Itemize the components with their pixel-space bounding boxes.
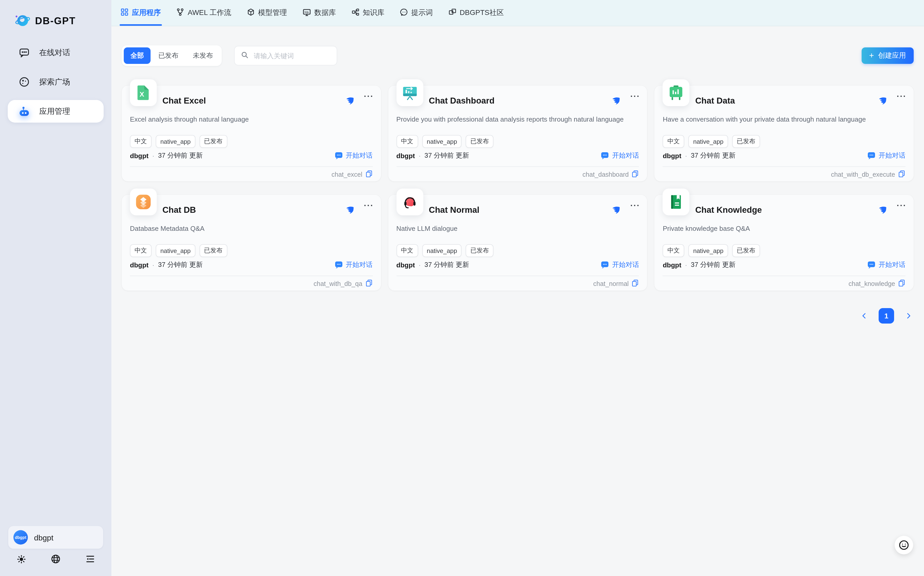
meta-row: dbgpt · 37 分钟前 更新 开始对话 <box>663 260 905 269</box>
more-menu-icon[interactable]: ··· <box>897 201 906 210</box>
tag-status: 已发布 <box>466 244 494 257</box>
collapse-sidebar-icon[interactable] <box>83 552 97 566</box>
chat-start-icon <box>867 261 876 269</box>
tab-label: 数据库 <box>314 8 336 18</box>
next-page-icon[interactable] <box>903 311 914 321</box>
search-box <box>234 46 337 66</box>
copy-icon[interactable] <box>632 170 639 179</box>
dingtalk-share-icon[interactable] <box>878 96 887 107</box>
community-blocks-icon <box>448 8 456 18</box>
owner-name: dbgpt <box>396 152 415 160</box>
start-chat-link[interactable]: 开始对话 <box>334 260 372 269</box>
copy-icon[interactable] <box>898 170 905 179</box>
more-menu-icon[interactable]: ··· <box>364 201 374 210</box>
tag-language: 中文 <box>130 135 152 148</box>
code-row: chat_normal <box>593 279 639 288</box>
page-number[interactable]: 1 <box>879 308 894 323</box>
feedback-smiley-button[interactable] <box>895 536 913 554</box>
sidebar-item-online-chat[interactable]: 在线对话 <box>8 41 104 64</box>
tab-dbgpts-community[interactable]: DBGPTS社区 <box>448 0 504 26</box>
headset-icon <box>396 189 423 215</box>
copy-icon[interactable] <box>898 279 905 288</box>
sidebar-item-label: 探索广场 <box>39 77 70 87</box>
dingtalk-share-icon[interactable] <box>612 206 621 216</box>
tag-type: native_app <box>689 244 728 257</box>
tab-database[interactable]: SQL 数据库 <box>302 0 336 26</box>
avatar: dbgpt <box>13 530 28 545</box>
start-chat-link[interactable]: 开始对话 <box>867 260 905 269</box>
prev-page-icon[interactable] <box>859 311 869 321</box>
tab-model-management[interactable]: 模型管理 <box>247 0 287 26</box>
tab-apps[interactable]: 应用程序 <box>121 0 161 26</box>
app-card-chat-data[interactable]: Chat Data ··· Have a conversation with y… <box>654 86 914 181</box>
start-chat-label: 开始对话 <box>346 151 372 160</box>
main-content: 全部 已发布 未发布 + 创建应用 <box>111 26 924 576</box>
create-app-label: 创建应用 <box>878 51 906 60</box>
language-globe-icon[interactable] <box>49 552 63 566</box>
copy-icon[interactable] <box>365 279 372 288</box>
more-menu-icon[interactable]: ··· <box>897 92 906 101</box>
start-chat-link[interactable]: 开始对话 <box>334 151 372 160</box>
app-card-chat-db[interactable]: Chat DB ··· Database Metadata Q&A 中文 nat… <box>122 195 381 291</box>
excel-icon: X <box>130 79 157 106</box>
toolbar: 全部 已发布 未发布 + 创建应用 <box>122 45 914 66</box>
top-nav: 应用程序 AWEL 工作流 模型管理 <box>111 0 924 26</box>
theme-sun-icon[interactable] <box>15 552 28 566</box>
plus-icon: + <box>869 51 874 60</box>
filter-published[interactable]: 已发布 <box>152 47 185 64</box>
tag-type: native_app <box>689 135 728 148</box>
tag-status: 已发布 <box>466 135 494 148</box>
card-title: Chat DB <box>162 205 196 215</box>
app-code: chat_with_db_execute <box>831 171 895 178</box>
tab-label: DBGPTS社区 <box>460 8 504 18</box>
start-chat-link[interactable]: 开始对话 <box>867 151 905 160</box>
meta-row: dbgpt · 37 分钟前 更新 开始对话 <box>130 151 372 160</box>
tab-label: 应用程序 <box>132 8 161 18</box>
copy-icon[interactable] <box>632 279 639 288</box>
meta-row: dbgpt · 37 分钟前 更新 开始对话 <box>130 260 372 269</box>
dingtalk-share-icon[interactable] <box>345 96 354 107</box>
code-row: chat_knowledge <box>849 279 905 288</box>
more-menu-icon[interactable]: ··· <box>364 92 374 101</box>
dingtalk-share-icon[interactable] <box>612 96 621 107</box>
filter-all[interactable]: 全部 <box>124 47 151 64</box>
copy-icon[interactable] <box>365 170 372 179</box>
user-name: dbgpt <box>34 533 53 542</box>
app-card-chat-dashboard[interactable]: Chat Dashboard ··· Provide you with prof… <box>388 86 647 181</box>
sidebar-nav: 在线对话 探索广场 <box>0 41 111 123</box>
sidebar-item-app-management[interactable]: 应用管理 <box>8 100 104 123</box>
tag-type: native_app <box>422 244 462 257</box>
user-card[interactable]: dbgpt dbgpt <box>8 526 103 549</box>
card-title: Chat Data <box>695 96 735 106</box>
tab-knowledge-base[interactable]: 知识库 <box>351 0 384 26</box>
filter-unpublished[interactable]: 未发布 <box>186 47 220 64</box>
chat-start-icon <box>334 152 343 160</box>
tag-status: 已发布 <box>732 135 760 148</box>
data-board-icon <box>663 79 690 106</box>
meta-row: dbgpt · 37 分钟前 更新 开始对话 <box>663 151 905 160</box>
create-app-button[interactable]: + 创建应用 <box>861 47 914 64</box>
tab-awel-flow[interactable]: AWEL 工作流 <box>176 0 231 26</box>
start-chat-link[interactable]: 开始对话 <box>601 260 639 269</box>
app-card-chat-excel[interactable]: X Chat Excel ··· Excel analysis through … <box>122 86 381 181</box>
card-divider <box>130 276 372 276</box>
start-chat-link[interactable]: 开始对话 <box>601 151 639 160</box>
app-code: chat_dashboard <box>582 171 629 178</box>
more-menu-icon[interactable]: ··· <box>630 201 640 210</box>
tag-type: native_app <box>156 135 195 148</box>
svg-text:SQL: SQL <box>304 11 309 13</box>
dingtalk-share-icon[interactable] <box>878 206 887 216</box>
app-card-chat-normal[interactable]: Chat Normal ··· Native LLM dialogue 中文 n… <box>388 195 647 291</box>
chat-start-icon <box>601 261 609 269</box>
sidebar-item-explore[interactable]: 探索广场 <box>8 70 104 93</box>
dingtalk-share-icon[interactable] <box>345 206 354 216</box>
more-menu-icon[interactable]: ··· <box>630 92 640 101</box>
search-icon <box>241 51 249 61</box>
card-description: Private knowledge base Q&A <box>663 224 905 234</box>
tag-row: 中文 native_app 已发布 <box>396 244 494 257</box>
tag-language: 中文 <box>663 244 685 257</box>
search-input[interactable] <box>253 51 330 60</box>
tab-prompts[interactable]: 提示词 <box>400 0 433 26</box>
app-card-chat-knowledge[interactable]: Chat Knowledge ··· Private knowledge bas… <box>654 195 914 291</box>
explore-planet-icon <box>18 76 30 88</box>
